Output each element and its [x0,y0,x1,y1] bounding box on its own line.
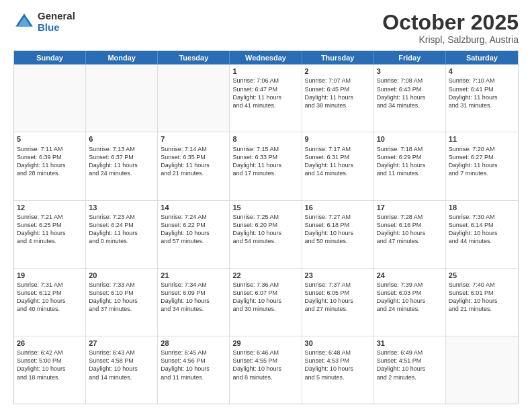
day-number: 28 [161,338,226,348]
cell-info: Sunrise: 7:37 AM Sunset: 6:05 PM Dayligh… [305,281,371,314]
cell-info: Sunrise: 7:08 AM Sunset: 6:43 PM Dayligh… [377,77,443,109]
cal-cell [158,64,230,132]
cell-info: Sunrise: 7:27 AM Sunset: 6:18 PM Dayligh… [305,213,371,246]
calendar-header: SundayMondayTuesdayWednesdayThursdayFrid… [14,51,518,64]
cal-cell: 15Sunrise: 7:25 AM Sunset: 6:20 PM Dayli… [230,201,302,268]
logo: General Blue [13,11,75,33]
cell-info: Sunrise: 7:13 AM Sunset: 6:37 PM Dayligh… [89,145,154,178]
cell-info: Sunrise: 7:21 AM Sunset: 6:25 PM Dayligh… [17,213,83,246]
cal-cell: 27Sunrise: 6:43 AM Sunset: 4:58 PM Dayli… [86,336,158,404]
cal-cell: 12Sunrise: 7:21 AM Sunset: 6:25 PM Dayli… [14,201,86,268]
day-number: 8 [232,134,298,144]
day-number: 3 [377,66,443,76]
cell-info: Sunrise: 7:23 AM Sunset: 6:24 PM Dayligh… [89,213,154,246]
cell-info: Sunrise: 7:28 AM Sunset: 6:16 PM Dayligh… [377,213,443,246]
logo-general: General [38,11,75,22]
cal-cell: 17Sunrise: 7:28 AM Sunset: 6:16 PM Dayli… [374,201,446,268]
cal-cell: 6Sunrise: 7:13 AM Sunset: 6:37 PM Daylig… [86,132,158,199]
day-header-wednesday: Wednesday [230,51,302,64]
day-number: 10 [377,134,443,144]
cal-cell: 22Sunrise: 7:36 AM Sunset: 6:07 PM Dayli… [230,269,302,336]
cell-info: Sunrise: 7:14 AM Sunset: 6:35 PM Dayligh… [161,145,226,178]
cal-cell [14,64,86,132]
cell-info: Sunrise: 7:10 AM Sunset: 6:41 PM Dayligh… [449,77,515,109]
day-number: 26 [17,338,83,348]
day-header-tuesday: Tuesday [158,51,230,64]
cal-cell: 24Sunrise: 7:39 AM Sunset: 6:03 PM Dayli… [374,269,446,336]
day-number: 18 [449,203,515,212]
cal-cell: 2Sunrise: 7:07 AM Sunset: 6:45 PM Daylig… [302,64,374,132]
cell-info: Sunrise: 6:43 AM Sunset: 4:58 PM Dayligh… [89,349,154,381]
week-row-4: 19Sunrise: 7:31 AM Sunset: 6:12 PM Dayli… [14,269,518,336]
cal-cell: 11Sunrise: 7:20 AM Sunset: 6:27 PM Dayli… [446,132,518,199]
day-number: 21 [161,271,226,280]
cell-info: Sunrise: 7:15 AM Sunset: 6:33 PM Dayligh… [232,145,298,178]
cell-info: Sunrise: 7:17 AM Sunset: 6:31 PM Dayligh… [305,145,371,178]
header: General Blue October 2025 Krispl, Salzbu… [13,11,519,45]
cal-cell: 8Sunrise: 7:15 AM Sunset: 6:33 PM Daylig… [230,132,302,199]
day-number: 6 [89,134,154,144]
cell-info: Sunrise: 6:49 AM Sunset: 4:51 PM Dayligh… [377,349,443,381]
week-row-2: 5Sunrise: 7:11 AM Sunset: 6:39 PM Daylig… [14,132,518,200]
cal-cell: 14Sunrise: 7:24 AM Sunset: 6:22 PM Dayli… [158,201,230,268]
day-number: 27 [89,338,154,348]
location: Krispl, Salzburg, Austria [382,34,519,45]
cal-cell: 3Sunrise: 7:08 AM Sunset: 6:43 PM Daylig… [374,64,446,132]
cal-cell: 13Sunrise: 7:23 AM Sunset: 6:24 PM Dayli… [86,201,158,268]
day-header-saturday: Saturday [446,51,518,64]
cal-cell: 18Sunrise: 7:30 AM Sunset: 6:14 PM Dayli… [446,201,518,268]
cal-cell: 25Sunrise: 7:40 AM Sunset: 6:01 PM Dayli… [446,269,518,336]
cell-info: Sunrise: 7:07 AM Sunset: 6:45 PM Dayligh… [305,77,371,109]
title-block: October 2025 Krispl, Salzburg, Austria [382,11,519,45]
day-header-friday: Friday [374,51,446,64]
day-number: 4 [449,66,515,76]
cell-info: Sunrise: 6:48 AM Sunset: 4:53 PM Dayligh… [305,349,371,381]
cal-cell: 7Sunrise: 7:14 AM Sunset: 6:35 PM Daylig… [158,132,230,199]
day-number: 30 [305,338,371,348]
cal-cell: 4Sunrise: 7:10 AM Sunset: 6:41 PM Daylig… [446,64,518,132]
cal-cell: 10Sunrise: 7:18 AM Sunset: 6:29 PM Dayli… [374,132,446,199]
day-number: 12 [17,203,83,212]
page: General Blue October 2025 Krispl, Salzbu… [0,0,532,411]
day-header-thursday: Thursday [302,51,374,64]
cell-info: Sunrise: 7:36 AM Sunset: 6:07 PM Dayligh… [232,281,298,314]
cal-cell: 5Sunrise: 7:11 AM Sunset: 6:39 PM Daylig… [14,132,86,199]
cal-cell: 20Sunrise: 7:33 AM Sunset: 6:10 PM Dayli… [86,269,158,336]
cal-cell: 21Sunrise: 7:34 AM Sunset: 6:09 PM Dayli… [158,269,230,336]
cal-cell: 26Sunrise: 6:42 AM Sunset: 5:00 PM Dayli… [14,336,86,404]
month-title: October 2025 [382,11,519,34]
cal-cell: 30Sunrise: 6:48 AM Sunset: 4:53 PM Dayli… [302,336,374,404]
cal-cell: 31Sunrise: 6:49 AM Sunset: 4:51 PM Dayli… [374,336,446,404]
calendar-body: 1Sunrise: 7:06 AM Sunset: 6:47 PM Daylig… [14,64,518,404]
day-header-sunday: Sunday [14,51,86,64]
cell-info: Sunrise: 6:42 AM Sunset: 5:00 PM Dayligh… [17,349,83,381]
day-number: 25 [449,271,515,280]
cal-cell [86,64,158,132]
logo-blue: Blue [38,22,75,34]
day-number: 9 [305,134,371,144]
cal-cell: 9Sunrise: 7:17 AM Sunset: 6:31 PM Daylig… [302,132,374,199]
cell-info: Sunrise: 6:45 AM Sunset: 4:56 PM Dayligh… [161,349,226,381]
cell-info: Sunrise: 7:20 AM Sunset: 6:27 PM Dayligh… [449,145,515,178]
cell-info: Sunrise: 7:06 AM Sunset: 6:47 PM Dayligh… [232,77,298,109]
calendar: SundayMondayTuesdayWednesdayThursdayFrid… [13,50,519,404]
day-number: 1 [232,66,298,76]
day-number: 24 [377,271,443,280]
day-number: 31 [377,338,443,348]
cal-cell [446,336,518,404]
day-number: 23 [305,271,371,280]
cal-cell: 28Sunrise: 6:45 AM Sunset: 4:56 PM Dayli… [158,336,230,404]
cell-info: Sunrise: 7:18 AM Sunset: 6:29 PM Dayligh… [377,145,443,178]
day-number: 22 [232,271,298,280]
day-number: 15 [232,203,298,212]
cell-info: Sunrise: 6:46 AM Sunset: 4:55 PM Dayligh… [232,349,298,381]
cell-info: Sunrise: 7:25 AM Sunset: 6:20 PM Dayligh… [232,213,298,246]
cal-cell: 16Sunrise: 7:27 AM Sunset: 6:18 PM Dayli… [302,201,374,268]
cell-info: Sunrise: 7:31 AM Sunset: 6:12 PM Dayligh… [17,281,83,314]
day-number: 14 [161,203,226,212]
logo-text: General Blue [38,11,75,33]
day-number: 7 [161,134,226,144]
day-number: 20 [89,271,154,280]
week-row-3: 12Sunrise: 7:21 AM Sunset: 6:25 PM Dayli… [14,201,518,269]
cell-info: Sunrise: 7:33 AM Sunset: 6:10 PM Dayligh… [89,281,154,314]
